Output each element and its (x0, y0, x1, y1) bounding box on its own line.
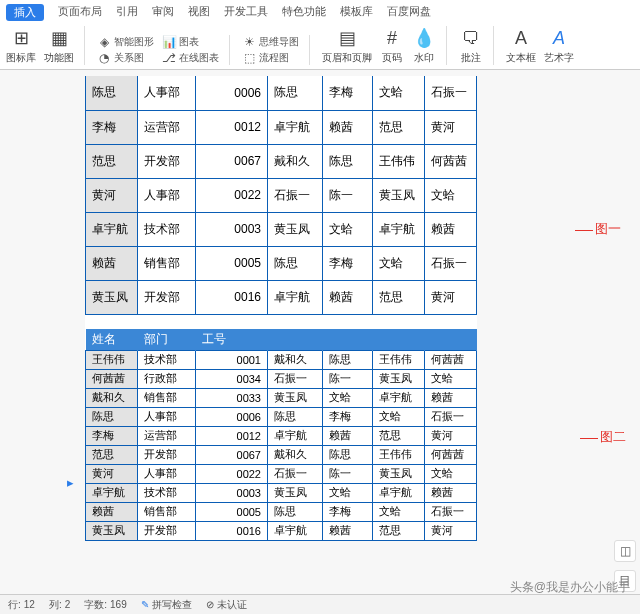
table-cell[interactable]: 陈思 (268, 76, 323, 110)
table-cell[interactable]: 卓宇航 (373, 212, 425, 246)
table-cell[interactable]: 人事部 (138, 76, 196, 110)
wordart-button[interactable]: A艺术字 (544, 26, 574, 65)
tab[interactable]: 百度网盘 (387, 4, 431, 21)
table-cell[interactable]: 赖茜 (86, 502, 138, 521)
table-cell[interactable]: 文蛤 (425, 178, 477, 212)
table-header[interactable] (323, 329, 373, 351)
table-cell[interactable]: 陈思 (323, 445, 373, 464)
table-cell[interactable]: 0067 (196, 445, 268, 464)
side-button-1[interactable]: ◫ (614, 540, 636, 562)
table-cell[interactable]: 技术部 (138, 350, 196, 369)
table-cell[interactable]: 0022 (196, 464, 268, 483)
table-cell[interactable]: 戴和久 (268, 445, 323, 464)
spellcheck-button[interactable]: ✎拼写检查 (141, 598, 192, 612)
table-cell[interactable]: 开发部 (138, 144, 196, 178)
table-cell[interactable]: 赖茜 (323, 521, 373, 540)
table-cell[interactable]: 人事部 (138, 407, 196, 426)
table-cell[interactable]: 何茜茜 (425, 144, 477, 178)
table-cell[interactable]: 黄玉凤 (268, 483, 323, 502)
table-cell[interactable]: 赖茜 (323, 110, 373, 144)
table-header[interactable] (268, 329, 323, 351)
tab[interactable]: 审阅 (152, 4, 174, 21)
table-cell[interactable]: 李梅 (86, 426, 138, 445)
table-cell[interactable]: 黄河 (86, 178, 138, 212)
status-wordcount[interactable]: 字数: 169 (84, 598, 126, 612)
table-cell[interactable]: 范思 (373, 426, 425, 445)
table-cell[interactable]: 何茜茜 (86, 369, 138, 388)
table-cell[interactable]: 0006 (196, 407, 268, 426)
table-cell[interactable]: 李梅 (323, 502, 373, 521)
mindmap-button[interactable]: ☀思维导图 (242, 35, 299, 49)
table-cell[interactable]: 卓宇航 (268, 426, 323, 445)
table-header[interactable]: 工号 (196, 329, 268, 351)
table-cell[interactable]: 石振一 (425, 407, 477, 426)
table-cell[interactable]: 黄河 (425, 280, 477, 314)
table-cell[interactable]: 王伟伟 (373, 144, 425, 178)
icons-lib-button[interactable]: ⊞图标库 (6, 26, 36, 65)
tab[interactable]: 模板库 (340, 4, 373, 21)
table-cell[interactable]: 黄玉凤 (86, 521, 138, 540)
table-cell[interactable]: 石振一 (425, 76, 477, 110)
table-cell[interactable]: 陈一 (323, 178, 373, 212)
table-cell[interactable]: 黄河 (86, 464, 138, 483)
tab[interactable]: 视图 (188, 4, 210, 21)
table-cell[interactable]: 陈思 (268, 246, 323, 280)
table-cell[interactable]: 人事部 (138, 178, 196, 212)
table-cell[interactable]: 黄玉凤 (373, 464, 425, 483)
table-cell[interactable]: 技术部 (138, 483, 196, 502)
table-cell[interactable]: 赖茜 (323, 280, 373, 314)
table-cell[interactable]: 何茜茜 (425, 350, 477, 369)
table-cell[interactable]: 卓宇航 (268, 110, 323, 144)
table-cell[interactable]: 0016 (196, 280, 268, 314)
table-cell[interactable]: 文蛤 (373, 76, 425, 110)
table-cell[interactable]: 0003 (196, 212, 268, 246)
table-one[interactable]: 陈思人事部0006陈思李梅文蛤石振一李梅运营部0012卓宇航赖茜范思黄河范思开发… (85, 76, 477, 315)
table-cell[interactable]: 0012 (196, 110, 268, 144)
table-header[interactable]: 姓名 (86, 329, 138, 351)
table-cell[interactable]: 黄玉凤 (268, 212, 323, 246)
table-cell[interactable]: 李梅 (86, 110, 138, 144)
table-cell[interactable]: 戴和久 (86, 388, 138, 407)
table-cell[interactable]: 卓宇航 (86, 483, 138, 502)
table-cell[interactable]: 李梅 (323, 76, 373, 110)
table-cell[interactable]: 石振一 (268, 178, 323, 212)
table-cell[interactable]: 卓宇航 (268, 280, 323, 314)
chart-button[interactable]: 📊图表 (162, 35, 219, 49)
table-cell[interactable]: 石振一 (268, 464, 323, 483)
table-cell[interactable]: 戴和久 (268, 350, 323, 369)
table-cell[interactable]: 文蛤 (323, 483, 373, 502)
table-cell[interactable]: 李梅 (323, 246, 373, 280)
table-cell[interactable]: 卓宇航 (268, 521, 323, 540)
table-cell[interactable]: 陈一 (323, 464, 373, 483)
table-cell[interactable]: 文蛤 (323, 212, 373, 246)
table-cell[interactable]: 陈思 (86, 76, 138, 110)
table-cell[interactable]: 陈思 (268, 502, 323, 521)
table-cell[interactable]: 行政部 (138, 369, 196, 388)
table-cell[interactable]: 0034 (196, 369, 268, 388)
table-cell[interactable]: 赖茜 (425, 388, 477, 407)
table-cell[interactable]: 技术部 (138, 212, 196, 246)
table-cell[interactable]: 卓宇航 (373, 483, 425, 502)
table-cell[interactable]: 卓宇航 (86, 212, 138, 246)
table-cell[interactable]: 0001 (196, 350, 268, 369)
tab-insert[interactable]: 插入 (6, 4, 44, 21)
table-cell[interactable]: 赖茜 (425, 212, 477, 246)
table-cell[interactable]: 陈思 (86, 407, 138, 426)
table-cell[interactable]: 黄河 (425, 426, 477, 445)
table-cell[interactable]: 黄玉凤 (86, 280, 138, 314)
table-cell[interactable]: 文蛤 (425, 464, 477, 483)
table-cell[interactable]: 黄河 (425, 110, 477, 144)
table-cell[interactable]: 王伟伟 (373, 445, 425, 464)
table-header[interactable] (425, 329, 477, 351)
table-cell[interactable]: 销售部 (138, 502, 196, 521)
table-cell[interactable]: 开发部 (138, 280, 196, 314)
table-cell[interactable]: 人事部 (138, 464, 196, 483)
table-cell[interactable]: 李梅 (323, 407, 373, 426)
watermark-button[interactable]: 💧水印 (412, 26, 436, 65)
relation-chart-button[interactable]: ◔关系图 (97, 51, 154, 65)
online-chart-button[interactable]: ⎇在线图表 (162, 51, 219, 65)
table-header[interactable]: 部门 (138, 329, 196, 351)
table-cell[interactable]: 陈一 (323, 369, 373, 388)
table-cell[interactable]: 销售部 (138, 246, 196, 280)
table-cell[interactable]: 0033 (196, 388, 268, 407)
